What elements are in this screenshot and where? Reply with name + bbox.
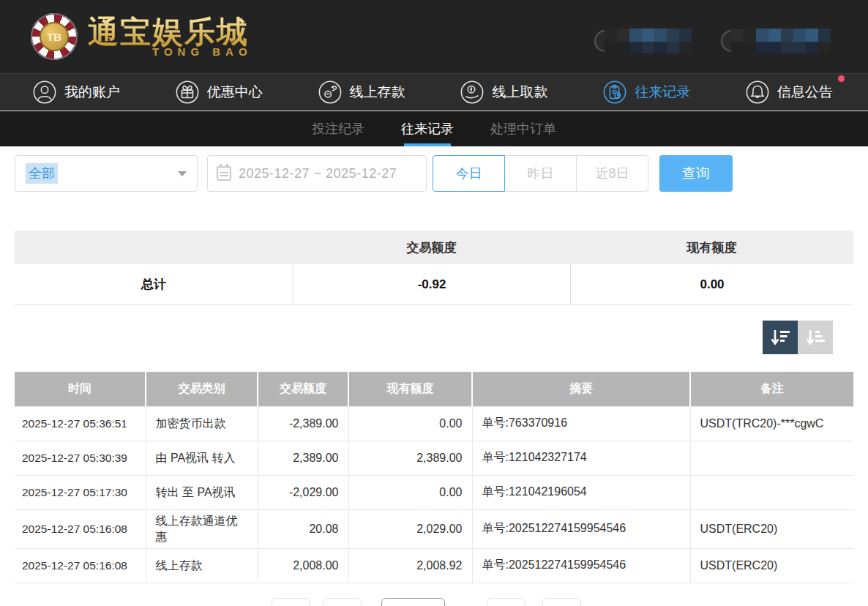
summary-header-balance: 现有额度: [570, 239, 853, 256]
cell-type: 由 PA视讯 转入: [146, 441, 258, 475]
col-amount: 交易额度: [258, 372, 348, 406]
tab-betting-records[interactable]: 投注纪录: [310, 111, 366, 146]
cell-balance: 0.00: [348, 406, 472, 441]
pagination-current-page[interactable]: [381, 598, 445, 606]
censored-text-block: [605, 29, 692, 53]
cell-summary: 单号:121042196054: [472, 475, 690, 509]
col-type: 交易类别: [146, 372, 258, 406]
logo-title: 通宝娱乐城: [88, 16, 252, 48]
nav-my-account[interactable]: 我的账户: [32, 80, 120, 105]
cell-amount: -2,389.00: [258, 406, 348, 441]
hand-coin-withdraw-icon: [460, 80, 484, 105]
cell-summary: 单号:202512274159954546: [472, 509, 690, 548]
cell-summary: 单号:121042327174: [472, 441, 690, 475]
cell-amount: 2,389.00: [258, 441, 348, 475]
tab-processing-orders[interactable]: 处理中订单: [489, 111, 558, 146]
sort-descending-button[interactable]: [763, 321, 798, 354]
pagination-button[interactable]: [323, 598, 362, 606]
cell-type: 线上存款通道优惠: [146, 509, 258, 548]
cell-type: 加密货币出款: [146, 406, 258, 441]
nav-label: 优惠中心: [207, 83, 263, 102]
censored-text-block: [731, 29, 831, 53]
pagination-button[interactable]: [272, 598, 310, 606]
nav-transaction-records[interactable]: 往来记录: [602, 80, 690, 105]
pagination-button[interactable]: [487, 598, 525, 606]
user-icon: [32, 80, 57, 105]
transaction-records-page: TB 通宝娱乐城 TONG BAO: [0, 0, 868, 606]
cell-balance: 2,008.92: [348, 548, 472, 583]
cell-time: 2025-12-27 05:16:08: [15, 509, 146, 548]
table-header-row: 时间 交易类别 交易额度 现有额度 摘要 备注: [15, 372, 853, 406]
cell-balance: 2,389.00: [348, 441, 472, 475]
chip-initials: TB: [40, 22, 69, 51]
cell-time: 2025-12-27 05:17:30: [15, 475, 146, 509]
nav-promotions[interactable]: 优惠中心: [175, 80, 263, 105]
cell-balance: 0.00: [348, 475, 472, 509]
redacted-user-info-2: [721, 28, 831, 54]
nav-deposit[interactable]: 线上存款: [318, 80, 405, 105]
sort-ascending-button[interactable]: [798, 321, 833, 354]
filter-bar: 全部 2025-12-27 ~ 2025-12-27 今日 昨日 近8日 查询: [15, 155, 853, 192]
table-row: 2025-12-27 05:16:08 线上存款 2,008.00 2,008.…: [15, 548, 853, 583]
cell-time: 2025-12-27 05:16:08: [15, 548, 146, 583]
summary-total-label: 总计: [15, 276, 293, 293]
cell-balance: 2,029.00: [348, 509, 472, 548]
pagination-button[interactable]: [542, 598, 581, 606]
gift-icon: [175, 80, 200, 105]
nav-label: 往来记录: [635, 83, 690, 102]
record-subtabs: 投注纪录 往来记录 处理中订单: [0, 111, 868, 146]
summary-table: 交易额度 现有额度 总计 -0.92 0.00: [15, 231, 853, 305]
calendar-icon: [217, 166, 231, 181]
nav-label: 线上取款: [492, 83, 547, 102]
table-row: 2025-12-27 05:16:08 线上存款通道优惠 20.08 2,029…: [15, 509, 853, 548]
summary-header-row: 交易额度 现有额度: [15, 231, 853, 264]
cell-amount: 2,008.00: [258, 548, 348, 583]
nav-label: 信息公告: [777, 83, 833, 102]
notification-dot: [838, 75, 845, 82]
cell-remark: USDT(TRC20)-***cgwC: [690, 406, 853, 441]
cell-time: 2025-12-27 05:36:51: [15, 406, 146, 441]
tab-transaction-records[interactable]: 往来记录: [400, 111, 455, 146]
cell-amount: 20.08: [258, 509, 348, 548]
quick-date-buttons: 今日 昨日 近8日: [433, 155, 648, 192]
table-row: 2025-12-27 05:17:30 转出 至 PA视讯 -2,029.00 …: [15, 475, 853, 509]
redacted-user-info-1: [594, 28, 692, 54]
yesterday-button[interactable]: 昨日: [504, 155, 577, 192]
summary-header-transaction: 交易额度: [293, 239, 570, 256]
hand-coin-deposit-icon: [318, 80, 343, 105]
cell-type: 线上存款: [146, 548, 258, 583]
col-time: 时间: [15, 372, 146, 406]
top-header: TB 通宝娱乐城 TONG BAO: [0, 0, 868, 73]
cell-summary: 单号:763370916: [472, 406, 690, 441]
chevron-down-icon: [178, 171, 187, 176]
nav-announcements[interactable]: 信息公告: [745, 80, 833, 105]
clipboard-clock-icon: [602, 80, 627, 105]
cell-time: 2025-12-27 05:30:39: [15, 441, 146, 475]
type-select[interactable]: 全部: [15, 155, 198, 192]
nav-label: 线上存款: [350, 83, 405, 102]
col-remark: 备注: [690, 372, 853, 406]
poker-chip-icon: TB: [31, 13, 78, 60]
sort-ascending-icon: [805, 329, 826, 346]
cell-remark: [690, 475, 853, 509]
nav-withdraw[interactable]: 线上取款: [460, 80, 547, 105]
bell-icon: [745, 80, 770, 105]
cell-remark: USDT(ERC20): [690, 548, 853, 583]
today-button[interactable]: 今日: [433, 155, 505, 192]
col-balance: 现有额度: [348, 372, 472, 406]
last-8-days-button[interactable]: 近8日: [576, 155, 648, 192]
type-select-value: 全部: [26, 163, 58, 184]
date-range-value: 2025-12-27 ~ 2025-12-27: [239, 166, 397, 182]
nav-label: 我的账户: [64, 83, 120, 102]
summary-balance-total: 0.00: [570, 264, 853, 305]
cell-remark: USDT(ERC20): [690, 509, 853, 548]
search-button[interactable]: 查询: [659, 155, 733, 192]
transactions-table: 时间 交易类别 交易额度 现有额度 摘要 备注 2025-12-27 05:36…: [15, 372, 853, 583]
main-nav: 我的账户 优惠中心 线上存款 线上取款: [0, 73, 868, 111]
cell-remark: [690, 441, 853, 475]
table-row: 2025-12-27 05:30:39 由 PA视讯 转入 2,389.00 2…: [15, 441, 853, 475]
site-logo[interactable]: TB 通宝娱乐城 TONG BAO: [31, 13, 252, 60]
date-range-input[interactable]: 2025-12-27 ~ 2025-12-27: [207, 155, 427, 192]
cell-summary: 单号:202512274159954546: [472, 548, 690, 583]
cell-type: 转出 至 PA视讯: [146, 475, 258, 509]
